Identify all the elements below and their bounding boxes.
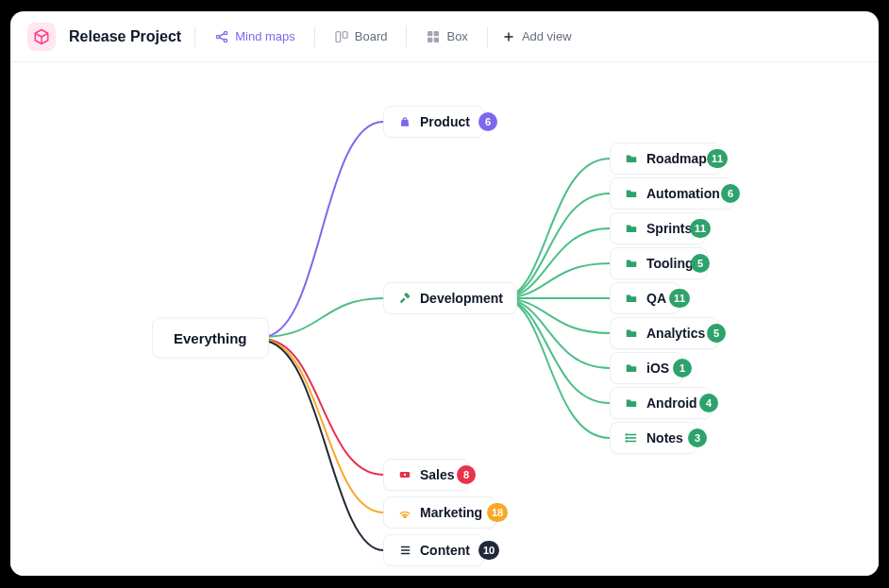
svg-rect-6 [434, 31, 439, 36]
folder-icon [624, 221, 639, 236]
count-badge: 10 [478, 541, 499, 560]
svg-point-12 [404, 516, 406, 518]
app-frame: Release Project Mind maps Board Box [10, 11, 879, 576]
node-roadmap[interactable]: Roadmap [610, 143, 721, 175]
svg-rect-8 [434, 37, 439, 42]
folder-icon [624, 326, 639, 341]
tab-label: Mind maps [235, 29, 295, 43]
tab-label: Board [355, 29, 388, 43]
count-badge: 11 [707, 149, 728, 168]
node-label: Tooling [646, 256, 694, 271]
svg-rect-3 [336, 31, 341, 42]
node-notes[interactable]: Notes [610, 422, 697, 454]
board-icon [334, 29, 349, 44]
svg-point-15 [626, 441, 627, 442]
add-view-button[interactable]: Add view [501, 29, 572, 44]
count-badge: 11 [669, 289, 690, 308]
divider [406, 26, 407, 47]
node-label: QA [646, 291, 666, 306]
node-root[interactable]: Everything [152, 318, 269, 359]
folder-icon [624, 291, 639, 306]
count-badge: 18 [487, 503, 508, 522]
count-badge: 5 [691, 254, 710, 273]
count-badge: 3 [688, 428, 707, 447]
folder-icon [624, 186, 639, 201]
node-automation[interactable]: Automation [610, 177, 734, 210]
tab-label: Box [446, 29, 467, 43]
node-label: Content [420, 543, 470, 558]
node-label: Notes [646, 430, 683, 445]
tab-box[interactable]: Box [420, 25, 473, 48]
folder-icon [624, 256, 639, 271]
bag-icon [397, 114, 412, 129]
count-badge: 5 [707, 324, 726, 343]
mindmap-canvas[interactable]: Everything Product 6 Development Sales 8 [10, 62, 879, 576]
node-sales[interactable]: Sales [383, 459, 469, 491]
node-label: Sprints [646, 221, 692, 236]
node-android[interactable]: Android [610, 387, 712, 419]
tab-board[interactable]: Board [328, 25, 394, 48]
folder-icon [624, 395, 639, 411]
divider [194, 26, 195, 47]
svg-rect-9 [404, 293, 411, 299]
folder-icon [624, 151, 639, 166]
node-label: Android [646, 395, 697, 411]
folder-icon [624, 361, 639, 376]
count-badge: 1 [673, 359, 692, 378]
svg-point-14 [626, 437, 627, 438]
project-title: Release Project [69, 28, 181, 45]
node-label: Analytics [646, 326, 705, 341]
count-badge: 6 [721, 184, 740, 203]
tab-mindmaps[interactable]: Mind maps [209, 25, 301, 48]
count-badge: 6 [478, 112, 497, 131]
node-label: Product [420, 114, 470, 129]
header-bar: Release Project Mind maps Board Box [10, 11, 879, 62]
svg-rect-7 [428, 37, 432, 42]
project-icon [27, 23, 56, 51]
node-analytics[interactable]: Analytics [610, 317, 719, 349]
svg-rect-4 [343, 31, 347, 38]
svg-point-13 [626, 434, 627, 435]
node-label: Everything [174, 330, 247, 346]
box-icon [426, 29, 441, 44]
node-product[interactable]: Product [383, 106, 484, 138]
divider [314, 26, 315, 47]
node-development[interactable]: Development [383, 282, 517, 314]
svg-rect-5 [428, 31, 432, 36]
mindmap-icon [214, 29, 229, 44]
node-label: iOS [646, 361, 669, 376]
svg-point-11 [404, 474, 406, 476]
node-label: Sales [420, 467, 455, 482]
ticket-icon [397, 467, 412, 482]
count-badge: 4 [699, 394, 718, 412]
node-label: Automation [646, 186, 720, 201]
list-icon [397, 543, 412, 558]
node-label: Marketing [420, 505, 482, 520]
count-badge: 11 [690, 219, 711, 238]
add-view-label: Add view [522, 29, 572, 43]
hammer-icon [397, 291, 412, 306]
signal-icon [397, 505, 412, 520]
node-label: Roadmap [646, 151, 707, 166]
node-marketing[interactable]: Marketing [383, 496, 496, 529]
plus-icon [501, 29, 516, 44]
count-badge: 8 [457, 465, 476, 484]
divider [487, 26, 488, 47]
list-icon [624, 430, 639, 445]
node-label: Development [420, 291, 503, 306]
node-content[interactable]: Content [383, 534, 484, 566]
